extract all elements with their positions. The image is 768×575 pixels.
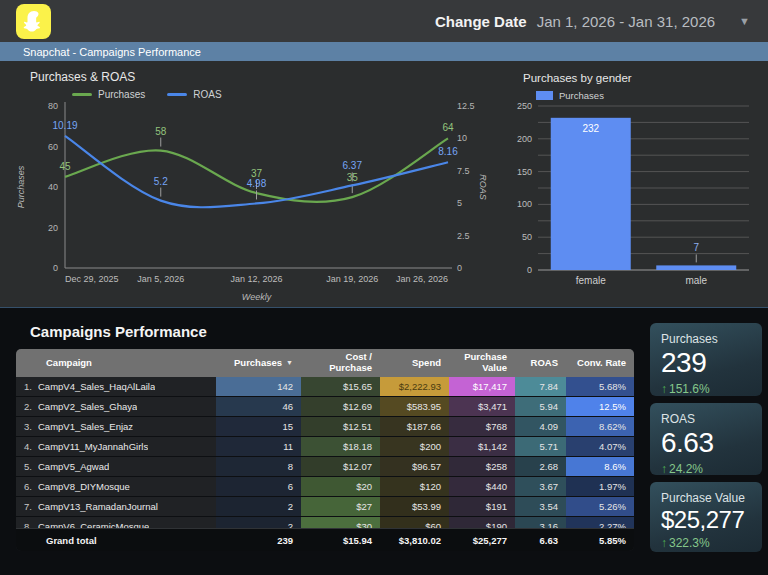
metric-cell: 12.5% <box>566 397 634 416</box>
campaign-name: CampV4_Sales_HaqAlLaila <box>38 381 155 392</box>
svg-text:58: 58 <box>155 126 167 137</box>
metric-cell: 46 <box>216 397 301 416</box>
scorecard-label: Purchases <box>661 332 751 346</box>
campaign-name: CampV1_Sales_Enjaz <box>38 421 133 432</box>
metric-cell: $27 <box>301 497 380 516</box>
purchases-roas-line-chart[interactable]: 02040608002.557.51012.5Dec 29, 2025Jan 5… <box>10 98 490 303</box>
svg-text:20: 20 <box>48 223 58 233</box>
table-row: 7.CampV13_RamadanJournal2$27$53.99$1913.… <box>16 497 634 517</box>
metric-cell: $12.51 <box>301 417 380 436</box>
column-header-purchases[interactable]: Purchases▼ <box>216 349 301 377</box>
svg-text:45: 45 <box>59 161 71 172</box>
scorecard-value: 239 <box>661 348 751 379</box>
up-arrow-icon: ↑ <box>661 536 667 550</box>
metric-cell: $2,222.93 <box>380 377 449 396</box>
date-range-control[interactable]: Change Date Jan 1, 2026 - Jan 31, 2026 ▼ <box>435 13 750 30</box>
svg-text:40: 40 <box>48 182 58 192</box>
metric-cell: 5.71 <box>515 437 566 456</box>
table-row: 1.CampV4_Sales_HaqAlLaila142$15.65$2,222… <box>16 377 634 397</box>
row-index: 3. <box>16 421 38 432</box>
table-section-title: Campaigns Performance <box>30 323 207 340</box>
sort-desc-icon: ▼ <box>286 359 293 367</box>
metric-cell: 1.97% <box>566 477 634 496</box>
metric-cell: 5.94 <box>515 397 566 416</box>
charts-section: Purchases & ROAS Purchases ROAS 02040608… <box>0 61 768 307</box>
grand-total-label: Grand total <box>16 529 216 551</box>
row-index: 4. <box>16 441 38 452</box>
table-row: 4.CampV11_MyJannahGirls11$18.18$200$1,14… <box>16 437 634 457</box>
grand-total-cell: $3,810.02 <box>380 529 449 551</box>
metric-cell: 142 <box>216 377 301 396</box>
metric-cell: 4.09 <box>515 417 566 436</box>
metric-cell: 3.67 <box>515 477 566 496</box>
row-index: 6. <box>16 481 38 492</box>
svg-text:Jan 19, 2026: Jan 19, 2026 <box>326 274 378 284</box>
metric-cell: $18.18 <box>301 437 380 456</box>
svg-text:7: 7 <box>693 242 699 253</box>
svg-text:Purchases: Purchases <box>16 165 26 208</box>
row-index: 7. <box>16 501 38 512</box>
metric-cell: $15.65 <box>301 377 380 396</box>
column-header-roas[interactable]: ROAS <box>515 349 566 377</box>
svg-text:ROAS: ROAS <box>478 174 488 200</box>
column-header-conv-rate[interactable]: Conv. Rate <box>566 349 634 377</box>
table-section: Campaigns Performance CampaignPurchases▼… <box>0 307 768 575</box>
campaign-name: CampV5_Agwad <box>38 461 109 472</box>
svg-text:5: 5 <box>457 198 462 208</box>
campaign-cell: 5.CampV5_Agwad <box>16 457 216 476</box>
dashboard-root: Change Date Jan 1, 2026 - Jan 31, 2026 ▼… <box>0 0 768 575</box>
svg-text:Dec 29, 2025: Dec 29, 2025 <box>65 274 119 284</box>
line-chart-title: Purchases & ROAS <box>30 70 135 84</box>
scorecard-delta: ↑322.3% <box>661 536 751 550</box>
metric-cell: 8.6% <box>566 457 634 476</box>
metric-cell: 5.68% <box>566 377 634 396</box>
scorecard-delta: ↑24.2% <box>661 462 751 476</box>
column-header-purchase-value[interactable]: Purchase Value <box>449 349 515 377</box>
metric-cell: 8.62% <box>566 417 634 436</box>
table-row: 5.CampV5_Agwad8$12.07$96.57$2582.688.6% <box>16 457 634 477</box>
metric-cell: $200 <box>380 437 449 456</box>
campaign-cell: 7.CampV13_RamadanJournal <box>16 497 216 516</box>
campaign-cell: 1.CampV4_Sales_HaqAlLaila <box>16 377 216 396</box>
campaign-name: CampV13_RamadanJournal <box>38 501 158 512</box>
row-index: 5. <box>16 461 38 472</box>
purchases-by-gender-bar-chart[interactable]: 050100150200250232female7male <box>503 98 763 298</box>
row-index: 1. <box>16 381 38 392</box>
column-header-spend[interactable]: Spend <box>380 349 449 377</box>
grand-total-cell: $25,277 <box>449 529 515 551</box>
snapchat-logo-icon <box>16 4 51 39</box>
change-date-label: Change Date <box>435 13 527 30</box>
metric-cell: $17,417 <box>449 377 515 396</box>
column-header-cost-purchase[interactable]: Cost / Purchase <box>301 349 380 377</box>
date-range-value[interactable]: Jan 1, 2026 - Jan 31, 2026 <box>537 13 715 30</box>
scorecard-purchases: Purchases 239 ↑151.6% <box>650 323 762 396</box>
svg-text:6.37: 6.37 <box>343 160 363 171</box>
table-header-row: CampaignPurchases▼Cost / PurchaseSpendPu… <box>16 349 634 377</box>
metric-cell: 11 <box>216 437 301 456</box>
metric-cell: 2.27% <box>566 517 634 528</box>
svg-text:60: 60 <box>48 142 58 152</box>
metric-cell: $12.69 <box>301 397 380 416</box>
svg-text:male: male <box>685 275 707 286</box>
grand-total-cell: 5.85% <box>566 529 634 551</box>
delta-value: 24.2% <box>669 462 703 476</box>
metric-cell: 3.54 <box>515 497 566 516</box>
up-arrow-icon: ↑ <box>661 462 667 476</box>
svg-text:12.5: 12.5 <box>457 101 475 111</box>
metric-cell: $1,142 <box>449 437 515 456</box>
metric-cell: $768 <box>449 417 515 436</box>
metric-cell: 2 <box>216 497 301 516</box>
metric-cell: 4.07% <box>566 437 634 456</box>
metric-cell: 2 <box>216 517 301 528</box>
column-header-campaign[interactable]: Campaign <box>16 349 216 377</box>
metric-cell: $190 <box>449 517 515 528</box>
svg-text:250: 250 <box>517 101 532 111</box>
metric-cell: 7.84 <box>515 377 566 396</box>
metric-cell: 8 <box>216 457 301 476</box>
campaign-name: CampV8_DIYMosque <box>38 481 130 492</box>
caret-down-icon[interactable]: ▼ <box>739 15 750 27</box>
svg-text:10: 10 <box>457 133 467 143</box>
svg-text:150: 150 <box>517 167 532 177</box>
metric-cell: $96.57 <box>380 457 449 476</box>
scorecards-column: Purchases 239 ↑151.6% ROAS 6.63 ↑24.2% P… <box>650 323 762 552</box>
